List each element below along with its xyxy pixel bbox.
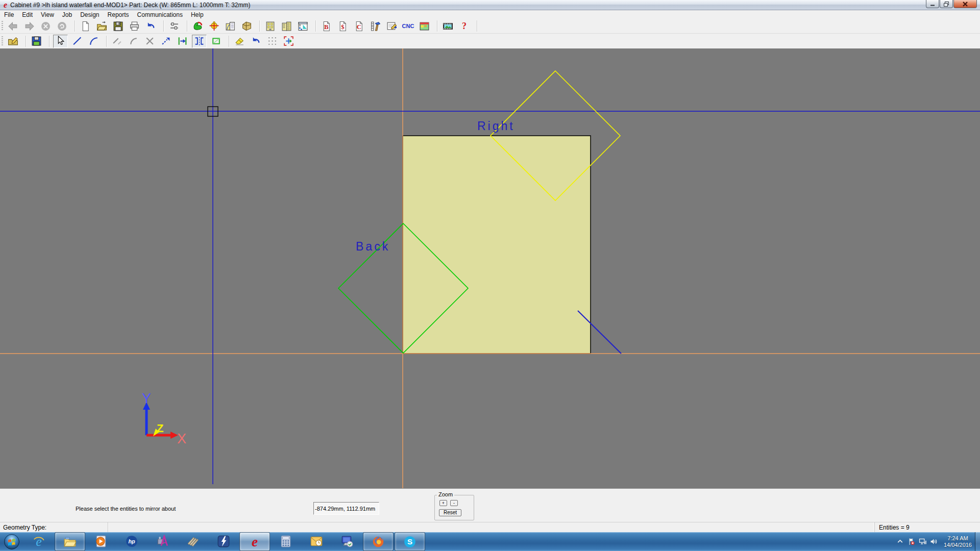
- taskbar-ie[interactable]: e: [24, 532, 54, 550]
- start-button[interactable]: [0, 532, 23, 551]
- taskbar: ehpeS 7:24 AM 14/04/2016: [0, 532, 980, 551]
- offset-tool-icon[interactable]: [176, 35, 189, 47]
- cabinet-view-icon[interactable]: [240, 20, 254, 32]
- nav-refresh-icon[interactable]: [55, 20, 69, 32]
- erase-tool-icon[interactable]: [233, 35, 247, 47]
- save-file-icon[interactable]: [111, 20, 125, 32]
- display-settings-icon[interactable]: [167, 20, 181, 32]
- svg-text:S: S: [407, 537, 412, 546]
- rect-tool-icon[interactable]: [209, 35, 223, 47]
- toolbar-draw: [0, 34, 980, 49]
- zoom-in-button[interactable]: +: [439, 500, 447, 506]
- svg-text:e: e: [252, 535, 258, 548]
- origin-tool-icon[interactable]: [282, 35, 296, 47]
- open-part-icon[interactable]: [6, 35, 20, 47]
- label-back: Back: [356, 240, 390, 253]
- tray-expand-icon[interactable]: [895, 536, 906, 547]
- windows-orb-icon: [4, 534, 20, 550]
- nav-stop-icon[interactable]: [39, 20, 53, 32]
- line-tool-icon[interactable]: [70, 35, 84, 47]
- toolbar-separator: [163, 20, 164, 32]
- tray-action-center-icon[interactable]: [906, 536, 917, 547]
- taskbar-hp[interactable]: hp: [117, 532, 146, 550]
- taskbar-firefox[interactable]: [363, 532, 394, 551]
- construction-arc-tool-icon[interactable]: [127, 35, 140, 47]
- room-plan-icon[interactable]: [280, 20, 293, 32]
- toolbar-separator: [106, 36, 107, 47]
- menu-job[interactable]: Job: [58, 11, 76, 19]
- taskbar-cad-app-icon: [156, 535, 169, 548]
- board-report-icon[interactable]: B: [320, 20, 333, 32]
- undo-icon[interactable]: [144, 20, 158, 32]
- room-elevation-icon[interactable]: [263, 20, 277, 32]
- extend-tool-icon[interactable]: [159, 35, 173, 47]
- taskbar-boards-icon: [186, 535, 200, 548]
- nav-back-icon[interactable]: [6, 20, 20, 32]
- taskbar-remote-desktop[interactable]: [332, 532, 362, 550]
- show-desktop-button[interactable]: [975, 532, 980, 551]
- tray-volume-icon[interactable]: [928, 536, 940, 547]
- menu-help[interactable]: Help: [187, 11, 208, 19]
- drawings-icon[interactable]: [224, 20, 237, 32]
- taskbar-cad-app[interactable]: [148, 532, 177, 550]
- open-file-icon[interactable]: [95, 20, 109, 32]
- taskbar-skype[interactable]: S: [395, 532, 425, 551]
- cut-report-icon[interactable]: C: [352, 20, 366, 32]
- new-file-icon[interactable]: [79, 20, 92, 32]
- animation-icon[interactable]: [441, 20, 455, 32]
- materials-icon[interactable]: [191, 20, 205, 32]
- help-icon[interactable]: ?: [457, 20, 471, 32]
- menu-view[interactable]: View: [37, 11, 58, 19]
- taskbar-boards[interactable]: [178, 532, 208, 550]
- app-logo-icon: e: [4, 1, 7, 9]
- taskbar-app-e[interactable]: e: [239, 532, 270, 551]
- zoom-reset-button[interactable]: Reset: [439, 509, 461, 516]
- close-button[interactable]: [953, 0, 977, 8]
- tray-network-icon[interactable]: [917, 536, 928, 547]
- window-title: Cabinet #9 >lh island waterfall end-MOD1…: [10, 2, 250, 9]
- trim-tool-icon[interactable]: [143, 35, 157, 47]
- nav-forward-icon[interactable]: [22, 20, 36, 32]
- close-icon: [962, 1, 968, 7]
- menu-communications[interactable]: Communications: [133, 11, 187, 19]
- panel-layout-icon[interactable]: [418, 20, 431, 32]
- save-part-icon[interactable]: [30, 35, 43, 47]
- measure-icon[interactable]: [369, 20, 382, 32]
- toolbar-separator: [26, 36, 27, 47]
- taskbar-outlook[interactable]: [302, 532, 331, 550]
- taskbar-power-icon: [217, 535, 230, 548]
- title-bar: e Cabinet #9 >lh island waterfall end-MO…: [0, 0, 980, 10]
- cost-report-icon[interactable]: $: [336, 20, 350, 32]
- drawing-canvas[interactable]: RightBackYXZ: [0, 48, 980, 488]
- undo-draw-icon[interactable]: [249, 35, 263, 47]
- select-tool-icon[interactable]: [53, 35, 68, 48]
- clock-date: 14/04/2016: [944, 542, 972, 548]
- construction-line-tool-icon[interactable]: [110, 35, 124, 47]
- minimize-button[interactable]: [926, 0, 939, 8]
- taskbar-media-player[interactable]: [86, 532, 116, 550]
- print-icon[interactable]: [128, 20, 141, 32]
- menu-reports[interactable]: Reports: [104, 11, 133, 19]
- taskbar-clock[interactable]: 7:24 AM 14/04/2016: [944, 535, 972, 548]
- cnc-icon[interactable]: CNC: [401, 20, 415, 32]
- menu-design[interactable]: Design: [76, 11, 103, 19]
- minimize-icon: [929, 1, 936, 7]
- restore-button[interactable]: [940, 0, 953, 8]
- taskbar-calculator[interactable]: [271, 532, 301, 550]
- menu-file[interactable]: File: [0, 11, 18, 19]
- tray-icons: [895, 536, 940, 547]
- x-axis-label: X: [177, 431, 186, 446]
- hardware-icon[interactable]: [207, 20, 221, 32]
- mirror-tool-icon[interactable]: [192, 35, 207, 48]
- taskbar-media-player-icon: [94, 535, 108, 548]
- edit-drawing-icon[interactable]: [385, 20, 399, 32]
- taskbar-explorer[interactable]: [55, 532, 85, 551]
- zoom-group: Zoom + - Reset: [434, 495, 474, 520]
- menu-edit[interactable]: Edit: [18, 11, 37, 19]
- render-view-icon[interactable]: [296, 20, 310, 32]
- deck-part[interactable]: [403, 136, 591, 354]
- grid-toggle-icon[interactable]: [265, 35, 279, 47]
- zoom-out-button[interactable]: -: [450, 500, 458, 506]
- arc-tool-icon[interactable]: [87, 35, 101, 47]
- taskbar-power[interactable]: [209, 532, 238, 550]
